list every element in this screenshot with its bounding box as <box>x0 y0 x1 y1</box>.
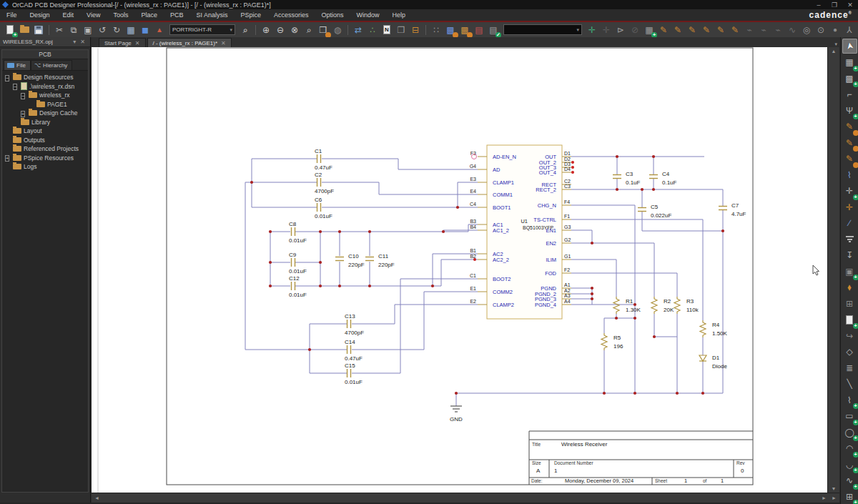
poly-diamond-icon[interactable]: ◇ <box>842 345 857 360</box>
wand-icon[interactable]: ✛ <box>586 24 598 36</box>
collapse-box-icon[interactable]: − <box>13 83 19 89</box>
menu-place[interactable]: Place <box>134 9 164 21</box>
tab-overflow-icon[interactable]: ▾ <box>834 41 840 47</box>
close-icon[interactable]: ✕ <box>221 40 226 46</box>
doc-gray-icon[interactable]: ❐ <box>395 24 408 36</box>
cart-icon[interactable]: ⊟ <box>409 24 422 36</box>
probe-v-icon[interactable]: ✎ <box>657 24 670 36</box>
new-file-icon[interactable]: + <box>4 24 16 36</box>
undo-icon[interactable]: ↺ <box>96 24 109 36</box>
chip-add-icon[interactable]: ▦+ <box>643 24 656 36</box>
net-alias-3-icon[interactable]: ✎ <box>842 152 857 167</box>
place-part-db-icon[interactable]: ▩+ <box>842 71 857 86</box>
resistor-r4[interactable] <box>700 320 706 337</box>
scroll-down-arrow[interactable]: ▼ <box>828 486 839 491</box>
draw-ellipse-icon[interactable]: ◯+ <box>842 425 857 440</box>
portrait-combo[interactable]: PORTRIGHT-R▾ <box>169 24 235 35</box>
shade-icon[interactable]: ◍ <box>331 24 344 36</box>
tree-spacer[interactable] <box>13 119 19 125</box>
place-ground-icon[interactable] <box>842 232 857 247</box>
restore-button[interactable]: ❐ <box>827 1 842 9</box>
ghost-run-icon[interactable]: ⊘ <box>628 24 641 36</box>
doc-tab-active[interactable]: / - (wireless_rx : PAGE1)*✕ <box>147 38 232 47</box>
select-mode-icon[interactable]: ◼ <box>139 24 152 36</box>
place-power-icon[interactable]: ↧ <box>842 248 857 263</box>
resistor-r2[interactable] <box>651 297 657 314</box>
draw-text-icon[interactable]: ⊞+ <box>842 489 857 504</box>
panel-tab-file[interactable]: File <box>4 60 31 70</box>
menu-design[interactable]: Design <box>24 9 56 21</box>
menu-file[interactable]: File <box>0 9 24 21</box>
ghost-tool-icon[interactable]: ✛ <box>600 24 613 36</box>
tree-item-layout[interactable]: Layout <box>4 127 88 136</box>
probe-i-icon[interactable]: ✎ <box>686 24 699 36</box>
menu-si-analysis[interactable]: SI Analysis <box>189 9 234 21</box>
marker-3-icon[interactable]: ⌁ <box>771 24 784 36</box>
zoom-area-icon[interactable]: ⌕ <box>302 24 315 36</box>
probe-vdiff-icon[interactable]: ✎ <box>671 24 684 36</box>
zoom-fit-icon[interactable]: ⊗ <box>288 24 301 36</box>
menu-pspice[interactable]: PSpice <box>234 9 267 21</box>
resistor-r3[interactable] <box>674 297 680 314</box>
draw-rect-icon[interactable]: ▭+ <box>842 409 857 424</box>
select-cursor-icon[interactable]: ➤ <box>842 39 857 54</box>
power-icon[interactable]: ⊙ <box>814 24 827 36</box>
probe-t-icon[interactable]: ✎ <box>714 24 727 36</box>
paste-icon[interactable]: ▣ <box>82 24 94 36</box>
schematic-canvas[interactable]: F3AD-EN_NG4ADE3CLAMP1E4COMM1C4BOOT1B3AC1… <box>92 47 827 493</box>
net-alias-icon[interactable]: ✎ <box>842 119 857 134</box>
search-icon[interactable]: ⌕ <box>239 24 252 36</box>
no-connect-icon[interactable]: ▣+ <box>842 264 857 279</box>
tree-item-pspice-resources[interactable]: +PSpice Resources <box>4 154 88 163</box>
place-net-group-icon[interactable]: Ψ+ <box>842 103 857 118</box>
probe-d-icon[interactable]: ✎ <box>729 24 741 36</box>
place-bus-icon[interactable]: ⌇ <box>842 167 857 182</box>
menu-help[interactable]: Help <box>386 9 413 21</box>
menu-accessories[interactable]: Accessories <box>267 9 315 21</box>
diode-d1[interactable] <box>699 355 706 361</box>
zoom-out-icon[interactable]: ⊖ <box>274 24 287 36</box>
horizontal-scrollbar[interactable]: ◄ ► ► <box>92 493 839 503</box>
tree-item-design-resources[interactable]: −Design Resources <box>4 73 88 82</box>
expand-box-icon[interactable]: + <box>21 110 27 117</box>
wire-x-icon[interactable]: ↪ <box>842 328 857 343</box>
save-icon[interactable] <box>32 24 45 36</box>
drc-warning-icon[interactable]: ▲ <box>153 24 166 36</box>
signal-combo[interactable]: ▾ <box>503 24 582 35</box>
tree-spacer[interactable] <box>5 137 11 143</box>
grid-icon[interactable]: ▦ <box>124 24 137 36</box>
junction-cross-icon[interactable]: ✛ <box>842 199 857 214</box>
tree-spacer[interactable] <box>5 146 11 152</box>
menu-options[interactable]: Options <box>315 9 350 21</box>
scroll-right-arrow[interactable]: ► <box>822 495 827 500</box>
draw-polyline-icon[interactable]: ⌇+ <box>842 392 857 407</box>
pulse-icon[interactable]: ∿ <box>786 24 799 36</box>
tree-spacer[interactable] <box>5 128 11 134</box>
place-wire-icon[interactable]: ⌐ <box>842 87 857 102</box>
panel-tab-hierarchy[interactable]: ⌥Hierarchy <box>31 60 72 70</box>
drop-icon[interactable]: ● <box>829 24 842 36</box>
net-dots-icon[interactable]: ∴ <box>366 24 379 36</box>
tree-item-wireless-rx[interactable]: −wireless_rx <box>4 91 88 100</box>
scroll-left-arrow[interactable]: ◄ <box>94 495 99 500</box>
swap-icon[interactable]: ⇄ <box>352 24 365 36</box>
menu-tools[interactable]: Tools <box>107 9 134 21</box>
chevron-down-icon[interactable]: ▾ <box>572 27 579 33</box>
draw-bezier-icon[interactable]: ∿+ <box>842 473 857 488</box>
marker-1-icon[interactable]: ⌁ <box>743 24 756 36</box>
redo-icon[interactable]: ↻ <box>110 24 123 36</box>
target-icon[interactable]: ◎ <box>800 24 813 36</box>
cut-icon[interactable]: ✂ <box>53 24 66 36</box>
resistor-r1[interactable] <box>613 297 619 314</box>
snap-icon[interactable]: ❒ <box>317 24 330 36</box>
pin-grid-icon[interactable]: ∷ <box>430 24 443 36</box>
chevron-down-icon[interactable]: ▾ <box>225 27 232 33</box>
marker-2-icon[interactable]: ⌁ <box>757 24 770 36</box>
panel-collapse-button[interactable]: ▾ <box>71 39 78 45</box>
menu-pcb[interactable]: PCB <box>164 9 190 21</box>
panel-close-button[interactable]: ✕ <box>78 39 87 45</box>
bus-entry-icon[interactable]: ∕ <box>842 216 857 231</box>
part-blue-icon[interactable]: ▩ <box>444 24 457 36</box>
tree-item-referenced-projects[interactable]: Referenced Projects <box>4 144 88 154</box>
close-button[interactable]: ✕ <box>842 1 858 9</box>
